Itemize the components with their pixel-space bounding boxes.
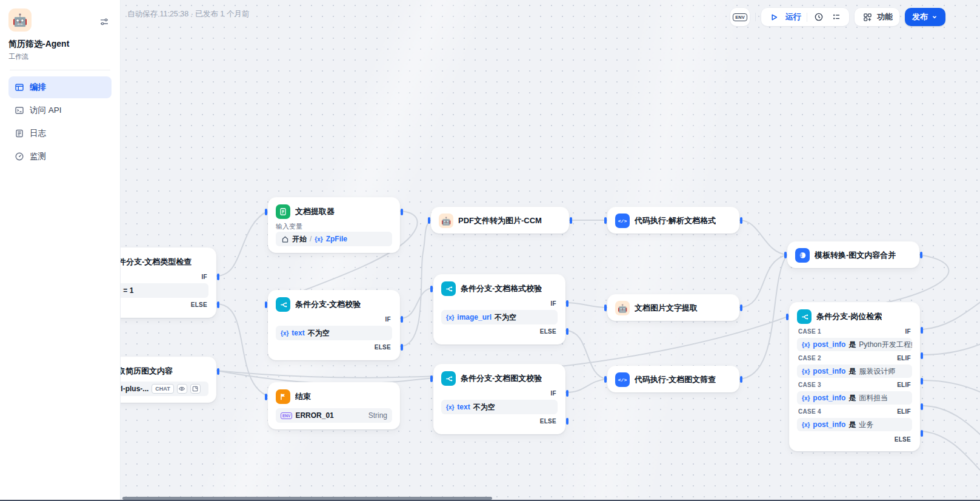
- features-button[interactable]: 功能: [855, 8, 899, 26]
- port-out[interactable]: [920, 252, 922, 258]
- toolbar-divider: [755, 13, 756, 21]
- code-icon: </>: [615, 372, 630, 387]
- port-out[interactable]: [740, 304, 742, 311]
- port-in[interactable]: [265, 209, 267, 215]
- output-var-pill: ENV ERROR_01 String: [276, 408, 392, 423]
- chat-mode-badge: CHAT: [152, 384, 173, 394]
- port-out-if[interactable]: [566, 300, 568, 307]
- tool-robot-icon: 🤖: [615, 301, 630, 315]
- port-out[interactable]: [740, 217, 742, 224]
- edge: [565, 331, 607, 379]
- env-icon: ENV: [733, 13, 747, 21]
- port-in[interactable]: [604, 304, 607, 311]
- variable-icon: {x}: [802, 341, 810, 348]
- else-label: ELSE: [797, 431, 912, 445]
- port-out[interactable]: [217, 368, 219, 375]
- port-in[interactable]: [428, 217, 430, 224]
- port-out-case4[interactable]: [921, 403, 923, 410]
- orchestrate-icon: [15, 82, 24, 92]
- port-out-else[interactable]: [566, 328, 568, 335]
- env-var-icon: ENV: [281, 412, 292, 419]
- node-doc-image-ocr[interactable]: 🤖 文档图片文字提取: [607, 294, 739, 321]
- port-out-else[interactable]: [401, 344, 403, 351]
- port-out[interactable]: [740, 376, 742, 383]
- port-out[interactable]: [401, 209, 403, 215]
- port-out[interactable]: [570, 217, 572, 224]
- app-avatar[interactable]: 🤖: [8, 8, 32, 32]
- port-out-case1[interactable]: [921, 327, 923, 334]
- port-in[interactable]: [430, 286, 433, 292]
- json-schema-icon: [190, 384, 201, 394]
- node-post-search[interactable]: 条件分支-岗位检索 CASE 1IF {x} post_info 是 Pytho…: [789, 302, 920, 451]
- port-out-if[interactable]: [566, 390, 568, 397]
- node-title: 结束: [295, 391, 311, 402]
- port-in[interactable]: [604, 376, 607, 383]
- sidebar-item-logs[interactable]: 日志: [8, 123, 112, 144]
- condition-pill: {x} t = 1: [121, 283, 208, 298]
- node-title: 条件分支-岗位检索: [816, 311, 882, 322]
- node-doc-format-check[interactable]: 条件分支-文档格式校验 IF {x} image_url 不为空 ELSE: [433, 274, 565, 345]
- checklist-icon[interactable]: [830, 11, 842, 23]
- branch-label: ELIF: [897, 382, 911, 388]
- edge: [216, 304, 268, 396]
- tool-robot-icon: 🤖: [439, 214, 453, 228]
- condition-pill: {x} post_info 是 服装设计师: [797, 365, 912, 378]
- edge: [739, 220, 787, 255]
- node-template-merge[interactable]: 模板转换-图文内容合并: [787, 241, 919, 268]
- branch-label: IF: [905, 328, 912, 335]
- workflow-canvas[interactable]: 条件分支-文档类型检查 IF {x} t = 1 ELSE LLM-提取简历图文…: [121, 0, 980, 501]
- sidebar-item-monitoring[interactable]: 监测: [8, 146, 112, 167]
- condition-pill: {x} image_url 不为空: [441, 310, 558, 324]
- node-llm-extract[interactable]: LLM-提取简历图文内容 qwen-vl-plus-... CHAT: [121, 357, 216, 403]
- node-title: 模板转换-图文内容合并: [815, 250, 896, 261]
- case-label: CASE 1: [798, 328, 821, 335]
- publish-button[interactable]: 发布: [905, 8, 945, 26]
- node-pdf-to-image[interactable]: 🤖 PDF文件转为图片-CCM: [431, 207, 569, 234]
- vision-icon: [177, 384, 187, 394]
- app-window: 条件分支-文档类型检查 IF {x} t = 1 ELSE LLM-提取简历图文…: [0, 0, 980, 501]
- port-in[interactable]: [784, 252, 787, 258]
- run-button[interactable]: 运行: [785, 12, 801, 22]
- node-doc-type-check[interactable]: 条件分支-文档类型检查 IF {x} t = 1 ELSE: [121, 247, 216, 318]
- sidebar-item-api[interactable]: 访问 API: [8, 99, 112, 121]
- node-title: 代码执行-文档图文筛查: [635, 374, 716, 385]
- branch-label: ELIF: [897, 408, 911, 415]
- if-label: IF: [441, 386, 558, 400]
- port-out-case2[interactable]: [921, 352, 923, 359]
- app-settings-icon[interactable]: [98, 16, 110, 28]
- node-doc-check[interactable]: 条件分支-文档校验 IF {x} text 不为空 ELSE: [268, 290, 400, 360]
- port-in[interactable]: [604, 217, 607, 224]
- play-icon: [768, 11, 780, 23]
- node-code-parse-format[interactable]: </> 代码执行-解析文档格式: [607, 207, 739, 234]
- node-doc-extractor[interactable]: 文档提取器 输入变量 开始 / {x} ZpFile: [268, 197, 400, 253]
- blocks-icon: [861, 11, 873, 23]
- code-icon: </>: [615, 214, 630, 228]
- app-type-label: 工作流: [8, 52, 112, 61]
- edge: [400, 288, 433, 318]
- case-label: CASE 2: [798, 355, 821, 361]
- port-in[interactable]: [786, 314, 788, 320]
- node-title: 条件分支-文档类型检查: [121, 257, 192, 267]
- port-out-if[interactable]: [217, 274, 219, 280]
- port-out-else[interactable]: [921, 430, 923, 437]
- env-variables-button[interactable]: ENV: [730, 8, 750, 26]
- port-out-else[interactable]: [566, 418, 568, 425]
- terminal-icon: [15, 106, 24, 115]
- port-in[interactable]: [430, 375, 433, 382]
- case-label: CASE 4: [798, 408, 821, 415]
- port-out-case3[interactable]: [921, 378, 923, 385]
- condition-pill: {x} post_info 是 面料担当: [797, 391, 912, 405]
- port-in[interactable]: [265, 301, 267, 308]
- input-vars-label: 输入变量: [276, 220, 392, 232]
- variable-icon: {x}: [315, 236, 322, 243]
- run-history-icon[interactable]: [813, 11, 825, 23]
- node-end[interactable]: 结束 ENV ERROR_01 String: [268, 382, 400, 429]
- node-doc-image-text-check[interactable]: 条件分支-文档图文校验 IF {x} text 不为空 ELSE: [433, 364, 565, 434]
- port-out-else[interactable]: [217, 301, 219, 308]
- sidebar-item-orchestrate[interactable]: 编排: [8, 76, 112, 98]
- port-in[interactable]: [265, 394, 267, 400]
- if-label: IF: [121, 270, 208, 283]
- template-transform-icon: [795, 248, 810, 263]
- node-code-image-filter[interactable]: </> 代码执行-文档图文筛查: [607, 366, 739, 392]
- port-out-if[interactable]: [401, 316, 403, 323]
